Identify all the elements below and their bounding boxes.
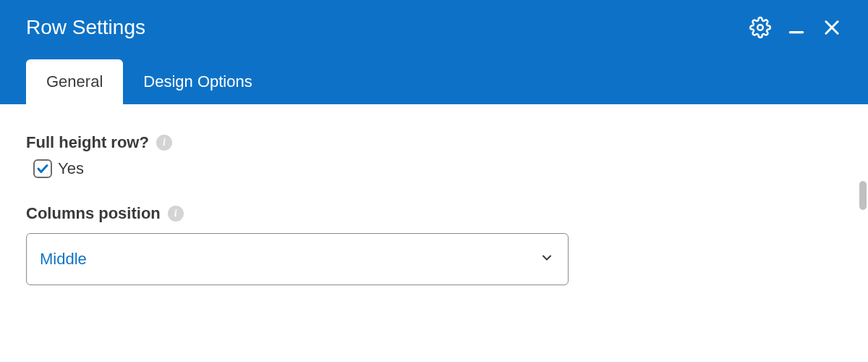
- header-icons: [749, 17, 842, 38]
- settings-button[interactable]: [749, 17, 771, 38]
- full-height-checkbox-label: Yes: [58, 159, 84, 178]
- tab-design-options[interactable]: Design Options: [123, 59, 272, 104]
- scrollbar-thumb[interactable]: [859, 181, 867, 210]
- minimize-button[interactable]: [787, 18, 806, 37]
- title-row: Row Settings: [0, 0, 868, 39]
- tabs: General Design Options: [0, 39, 868, 104]
- content-panel: Full height row? i Yes Columns position …: [0, 104, 868, 285]
- close-button[interactable]: [822, 17, 842, 38]
- tab-general[interactable]: General: [26, 59, 123, 104]
- info-icon[interactable]: i: [168, 206, 184, 222]
- checkbox-row: Yes: [26, 159, 842, 178]
- close-icon: [822, 17, 842, 38]
- minimize-icon: [787, 18, 806, 37]
- full-height-label: Full height row?: [26, 133, 149, 152]
- info-icon[interactable]: i: [156, 135, 172, 151]
- field-label-row: Columns position i: [26, 204, 842, 223]
- svg-point-0: [757, 25, 763, 30]
- gear-icon: [749, 17, 771, 38]
- full-height-field: Full height row? i Yes: [26, 133, 842, 178]
- field-label-row: Full height row? i: [26, 133, 842, 152]
- columns-position-label: Columns position: [26, 204, 161, 223]
- full-height-checkbox[interactable]: [33, 159, 52, 178]
- columns-position-select[interactable]: Middle: [26, 233, 569, 285]
- select-wrap: Middle: [26, 233, 569, 285]
- dialog-title: Row Settings: [26, 16, 145, 39]
- columns-position-field: Columns position i Middle: [26, 204, 842, 285]
- dialog-header: Row Settings General Desi: [0, 0, 868, 104]
- check-icon: [36, 162, 49, 175]
